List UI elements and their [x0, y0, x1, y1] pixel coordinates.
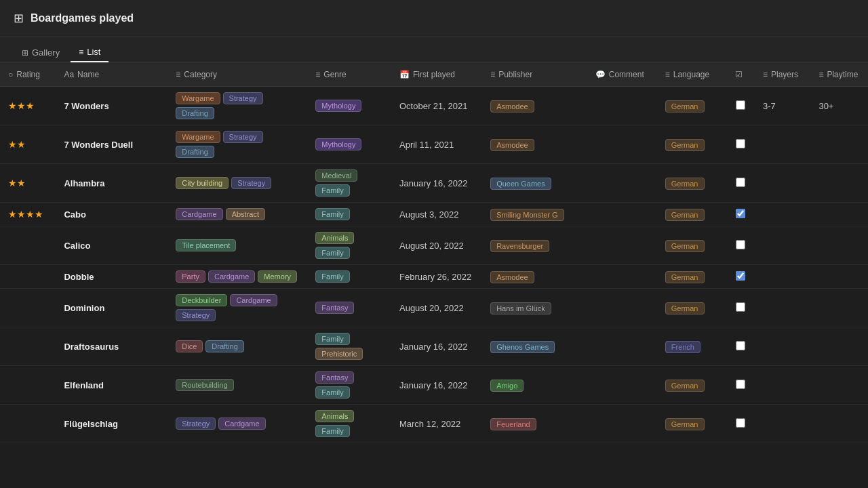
language-cell: German [657, 226, 727, 265]
firstplayed-cell: January 16, 2022 [391, 164, 482, 203]
rating-cell [0, 327, 56, 366]
playtime-cell [810, 164, 868, 203]
category-tag: Wargame [176, 92, 220, 104]
comment-cell [587, 289, 657, 327]
publisher-cell: Ravensburger [482, 226, 587, 265]
list-label: List [87, 47, 100, 57]
checkbox-cell[interactable] [727, 125, 755, 164]
col-header-genre[interactable]: ≡Genre [307, 63, 391, 87]
rating-cell: ★★ [0, 125, 56, 164]
table-row: DraftosaurusDiceDraftingFamilyPrehistori… [0, 327, 868, 366]
genre-tag: Animals [315, 410, 354, 422]
language-cell: German [657, 366, 727, 405]
row-checkbox[interactable] [736, 271, 745, 281]
col-header-publisher[interactable]: ≡Publisher [482, 63, 587, 87]
genre-cell: FamilyPrehistoric [307, 327, 391, 366]
comment-cell [587, 366, 657, 405]
category-cell: City buildingStrategy [167, 164, 307, 203]
row-checkbox[interactable] [736, 418, 745, 428]
rating-cell: ★★★★ [0, 203, 56, 226]
rating-cell: ★★ [0, 164, 56, 203]
rating-cell: ★★★ [0, 87, 56, 125]
category-tag: Memory [258, 270, 297, 283]
genre-tag: Animals [315, 232, 354, 244]
rating-cell [0, 265, 56, 289]
language-cell: German [657, 87, 727, 125]
name-cell: 7 Wonders Duell [56, 125, 167, 164]
language-tag: German [665, 380, 705, 392]
row-checkbox[interactable] [736, 100, 745, 110]
comment-cell [587, 87, 657, 125]
firstplayed-cell: March 12, 2022 [391, 405, 482, 443]
checkbox-cell[interactable] [727, 366, 755, 405]
genre-cell: FantasyFamily [307, 366, 391, 405]
col-header-name[interactable]: AaName [56, 63, 167, 87]
row-checkbox[interactable] [736, 178, 745, 187]
category-cell: WargameStrategyDrafting [167, 125, 307, 164]
playtime-cell [810, 265, 868, 289]
players-cell [755, 405, 810, 443]
checkbox-cell[interactable] [727, 87, 755, 125]
col-header-category[interactable]: ≡Category [167, 63, 307, 87]
row-checkbox[interactable] [736, 380, 745, 389]
players-cell [755, 265, 810, 289]
row-checkbox[interactable] [736, 209, 745, 218]
publisher-tag: Ghenos Games [490, 341, 555, 353]
table-row: FlügelschlagStrategyCardgameAnimalsFamil… [0, 405, 868, 443]
col-header-players[interactable]: ≡Players [755, 63, 810, 87]
genre-cell: Family [307, 265, 391, 289]
playtime-cell [810, 366, 868, 405]
language-cell: German [657, 125, 727, 164]
comment-cell [587, 265, 657, 289]
genre-tag: Family [315, 208, 349, 220]
category-tag: Abstract [226, 208, 265, 220]
publisher-tag: Hans im Glück [490, 302, 551, 314]
col-header-rating[interactable]: ○Rating [0, 63, 56, 87]
language-tag: German [665, 209, 705, 221]
row-checkbox[interactable] [736, 302, 745, 312]
genre-cell: MedievalFamily [307, 164, 391, 203]
language-cell: German [657, 405, 727, 443]
row-checkbox[interactable] [736, 341, 745, 350]
col-header-comment[interactable]: 💬Comment [587, 63, 657, 87]
genre-tag: Family [315, 333, 349, 345]
tab-gallery[interactable]: ⊞ Gallery [14, 43, 68, 62]
publisher-cell: Feuerland [482, 405, 587, 443]
name-cell: Elfenland [56, 366, 167, 405]
checkbox-cell[interactable] [727, 327, 755, 366]
col-header-language[interactable]: ≡Language [657, 63, 727, 87]
genre-tag: Fantasy [315, 371, 354, 384]
tab-list[interactable]: ≡ List [71, 43, 108, 62]
checkbox-cell[interactable] [727, 203, 755, 226]
publisher-tag: Asmodee [490, 139, 534, 151]
players-cell [755, 327, 810, 366]
checkbox-cell[interactable] [727, 405, 755, 443]
header-title: Boardgames played [31, 12, 134, 24]
checkbox-cell[interactable] [727, 289, 755, 327]
comment-cell [587, 203, 657, 226]
players-cell [755, 203, 810, 226]
checkbox-cell[interactable] [727, 164, 755, 203]
language-tag: German [665, 100, 705, 113]
row-checkbox[interactable] [736, 240, 745, 249]
table-row: ★★AlhambraCity buildingStrategyMedievalF… [0, 164, 868, 203]
comment-cell [587, 125, 657, 164]
publisher-tag: Ravensburger [490, 240, 549, 252]
rating-cell [0, 366, 56, 405]
tabs-bar: ⊞ Gallery ≡ List [0, 37, 868, 63]
genre-tag: Prehistoric [315, 348, 363, 360]
checkbox-cell[interactable] [727, 265, 755, 289]
checkbox-cell[interactable] [727, 226, 755, 265]
name-cell: Flügelschlag [56, 405, 167, 443]
genre-tag: Family [315, 184, 349, 197]
col-header-firstplayed[interactable]: 📅First played [391, 63, 482, 87]
firstplayed-cell: January 16, 2022 [391, 366, 482, 405]
comment-cell [587, 226, 657, 265]
col-header-playtime[interactable]: ≡Playtime [810, 63, 868, 87]
firstplayed-cell: April 11, 2021 [391, 125, 482, 164]
language-tag: German [665, 240, 705, 252]
row-checkbox[interactable] [736, 139, 745, 148]
category-tag: Cardgame [218, 418, 265, 430]
players-cell [755, 366, 810, 405]
category-cell: Routebuilding [167, 366, 307, 405]
